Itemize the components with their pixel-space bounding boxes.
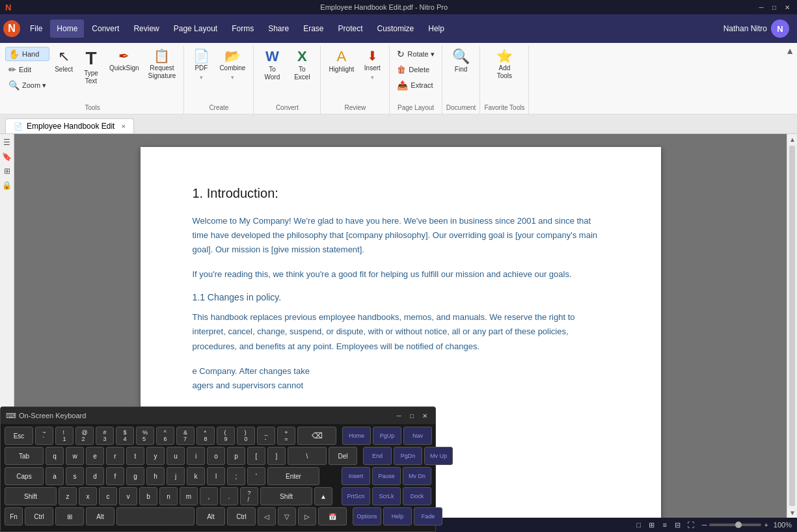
view-fullscreen-button[interactable]: ⛶ [685, 519, 697, 531]
add-tools-button[interactable]: ⭐ AddTools [491, 47, 517, 92]
highlight-button[interactable]: A Highlight [325, 47, 358, 92]
key-mvdn[interactable]: Mv Dn [403, 467, 431, 485]
key-insert[interactable]: Insert [342, 467, 370, 485]
key-fn[interactable]: Fn [5, 507, 23, 525]
osk-close-button[interactable]: ✕ [420, 410, 430, 421]
sidebar-bookmarks-icon[interactable]: 🔖 [1, 151, 13, 163]
scroll-thumb[interactable] [789, 146, 795, 506]
key-prtscn[interactable]: PrtScn [342, 487, 370, 505]
key-space[interactable] [116, 507, 195, 525]
key-rightarrow[interactable]: ▷ [298, 507, 316, 525]
menu-pagelayout[interactable]: Page Layout [167, 20, 224, 38]
maximize-button[interactable]: □ [770, 3, 779, 12]
key-alt-right[interactable]: Alt [196, 507, 225, 525]
select-button[interactable]: ↖ Select [51, 47, 77, 92]
view-thumbs-button[interactable]: ⊟ [672, 519, 684, 531]
scroll-up-button[interactable]: ▲ [787, 134, 797, 144]
key-8[interactable]: *8 [196, 427, 215, 445]
key-nav[interactable]: Nav [403, 427, 432, 445]
key-rbracket[interactable]: ] [267, 447, 286, 465]
key-options[interactable]: Options [353, 507, 381, 525]
menu-convert[interactable]: Convert [85, 20, 126, 38]
key-b[interactable]: b [139, 487, 157, 505]
key-s[interactable]: s [66, 467, 84, 485]
key-n[interactable]: n [159, 487, 178, 505]
key-3[interactable]: #3 [96, 427, 114, 445]
to-word-button[interactable]: W ToWord [258, 47, 286, 92]
request-signature-button[interactable]: 📋 RequestSignature [144, 47, 180, 92]
key-end[interactable]: End [363, 447, 392, 465]
edit-tool-button[interactable]: ✏ Edit [5, 62, 49, 77]
key-f[interactable]: f [106, 467, 124, 485]
key-j[interactable]: j [167, 467, 185, 485]
key-i[interactable]: i [187, 447, 205, 465]
extract-button[interactable]: 📤 Extract [394, 78, 437, 92]
key-v[interactable]: v [119, 487, 137, 505]
key-t[interactable]: t [126, 447, 144, 465]
key-lbracket[interactable]: [ [247, 447, 265, 465]
key-shift-left[interactable]: Shift [5, 487, 57, 505]
key-h[interactable]: h [146, 467, 165, 485]
key-6[interactable]: ^6 [156, 427, 174, 445]
key-ctrl-right[interactable]: Ctrl [227, 507, 256, 525]
key-pause[interactable]: Pause [372, 467, 401, 485]
menu-home[interactable]: Home [50, 20, 84, 38]
key-g[interactable]: g [126, 467, 144, 485]
key-pgdn[interactable]: PgDn [394, 447, 422, 465]
key-c[interactable]: c [99, 487, 117, 505]
key-2[interactable]: @2 [75, 427, 94, 445]
menu-erase[interactable]: Erase [297, 20, 330, 38]
pdf-button[interactable]: 📄 PDF ▾ [188, 47, 214, 92]
key-pgup[interactable]: PgUp [373, 427, 401, 445]
zoom-thumb[interactable] [735, 522, 742, 528]
close-button[interactable]: ✕ [783, 3, 792, 12]
key-downarrow[interactable]: ▽ [278, 507, 296, 525]
key-scrlk[interactable]: ScrLk [372, 487, 401, 505]
key-del[interactable]: Del [329, 447, 357, 465]
view-single-button[interactable]: □ [633, 519, 645, 531]
key-0[interactable]: )0 [237, 427, 255, 445]
key-o[interactable]: o [207, 447, 225, 465]
key-z[interactable]: z [59, 487, 77, 505]
zoom-out-button[interactable]: ─ [702, 521, 707, 529]
menu-customize[interactable]: Customize [371, 20, 421, 38]
ribbon-collapse-button[interactable]: ▲ [785, 46, 794, 56]
right-scrollbar[interactable]: ▲ ▼ [787, 134, 797, 518]
key-comma[interactable]: , [200, 487, 218, 505]
quicksign-button[interactable]: ✒ QuickSign [105, 47, 143, 92]
key-7[interactable]: &7 [176, 427, 195, 445]
key-x[interactable]: x [79, 487, 97, 505]
key-uparrow[interactable]: ▲ [314, 487, 332, 505]
key-home[interactable]: Home [342, 427, 371, 445]
key-shift-right[interactable]: Shift [260, 487, 312, 505]
type-text-button[interactable]: T TypeText [78, 47, 104, 92]
menu-forms[interactable]: Forms [225, 20, 260, 38]
delete-button[interactable]: 🗑 Delete [394, 62, 437, 77]
key-esc[interactable]: Esc [5, 427, 33, 445]
menu-file[interactable]: File [23, 20, 49, 38]
key-u[interactable]: u [167, 447, 185, 465]
key-l[interactable]: l [207, 467, 225, 485]
sidebar-pages-icon[interactable]: ☰ [1, 137, 13, 148]
key-caps[interactable]: Caps [5, 467, 44, 485]
menu-review[interactable]: Review [127, 20, 165, 38]
menu-help[interactable]: Help [422, 20, 451, 38]
find-button[interactable]: 🔍 Find [448, 47, 474, 92]
zoom-slider[interactable]: ─ + [702, 521, 768, 529]
key-p[interactable]: p [227, 447, 245, 465]
key-1[interactable]: !1 [55, 427, 74, 445]
key-quote[interactable]: ' [247, 467, 265, 485]
user-avatar[interactable]: N [771, 20, 789, 38]
combine-button[interactable]: 📂 Combine ▾ [215, 47, 249, 92]
key-m[interactable]: m [180, 487, 198, 505]
key-tilde[interactable]: ~` [35, 427, 53, 445]
rotate-button[interactable]: ↻ Rotate ▾ [394, 47, 437, 61]
key-k[interactable]: k [187, 467, 205, 485]
key-minus[interactable]: _- [257, 427, 275, 445]
zoom-in-button[interactable]: + [764, 521, 768, 529]
key-period[interactable]: . [220, 487, 238, 505]
key-backspace[interactable]: ⌫ [297, 427, 336, 445]
key-4[interactable]: $4 [116, 427, 134, 445]
key-fade[interactable]: Fade [414, 507, 442, 525]
key-y[interactable]: y [146, 447, 165, 465]
